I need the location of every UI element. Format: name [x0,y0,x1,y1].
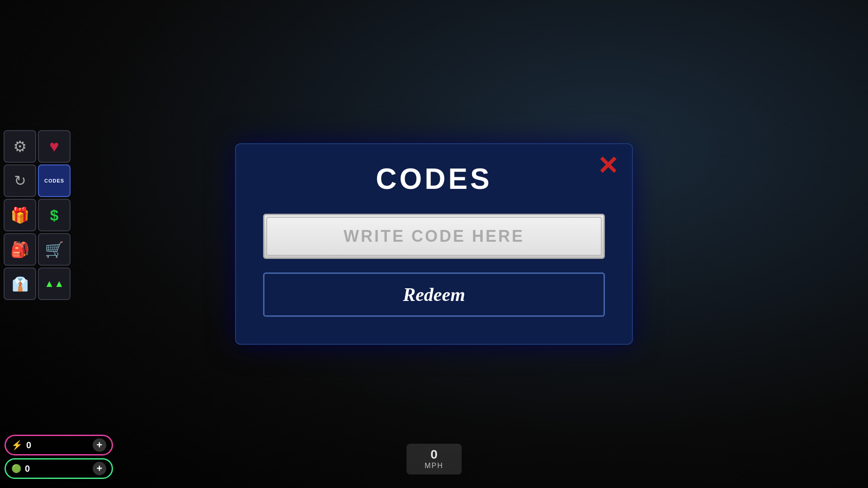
redeem-button[interactable]: Redeem [263,272,605,317]
modal-overlay: ✕ CODES Redeem [0,0,868,488]
codes-modal: ✕ CODES Redeem [235,143,633,345]
modal-title: CODES [263,162,605,196]
code-input[interactable] [266,217,602,256]
code-input-wrapper [263,214,605,259]
close-button[interactable]: ✕ [597,153,618,178]
